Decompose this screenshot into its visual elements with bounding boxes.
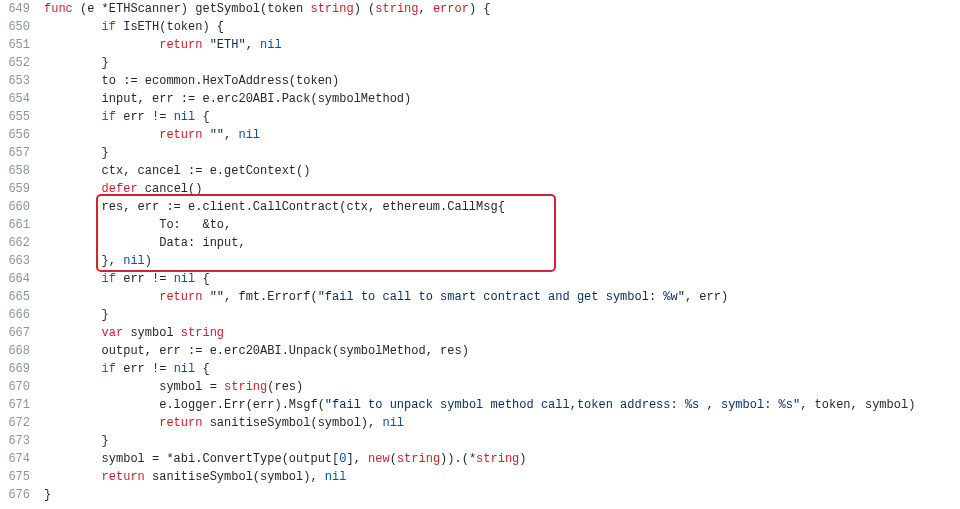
line-content[interactable]: Data: input, (44, 234, 960, 252)
line-content[interactable]: if err != nil { (44, 108, 960, 126)
line-content[interactable]: output, err := e.erc20ABI.Unpack(symbolM… (44, 342, 960, 360)
code-line[interactable]: 654 input, err := e.erc20ABI.Pack(symbol… (0, 90, 960, 108)
line-number[interactable]: 673 (0, 432, 44, 450)
code-line[interactable]: 662 Data: input, (0, 234, 960, 252)
code-token (202, 290, 209, 304)
line-number[interactable]: 664 (0, 270, 44, 288)
line-number[interactable]: 656 (0, 126, 44, 144)
line-content[interactable]: } (44, 54, 960, 72)
code-line[interactable]: 658 ctx, cancel := e.getContext() (0, 162, 960, 180)
code-line[interactable]: 668 output, err := e.erc20ABI.Unpack(sym… (0, 342, 960, 360)
line-content[interactable]: if IsETH(token) { (44, 18, 960, 36)
line-content[interactable]: if err != nil { (44, 270, 960, 288)
code-line[interactable]: 657 } (0, 144, 960, 162)
line-content[interactable]: var symbol string (44, 324, 960, 342)
line-content[interactable]: if err != nil { (44, 360, 960, 378)
code-line[interactable]: 660 res, err := e.client.CallContract(ct… (0, 198, 960, 216)
line-content[interactable]: ctx, cancel := e.getContext() (44, 162, 960, 180)
line-number[interactable]: 672 (0, 414, 44, 432)
code-line[interactable]: 653 to := ecommon.HexToAddress(token) (0, 72, 960, 90)
code-token (202, 38, 209, 52)
line-number[interactable]: 674 (0, 450, 44, 468)
line-content[interactable]: } (44, 144, 960, 162)
line-content[interactable]: res, err := e.client.CallContract(ctx, e… (44, 198, 960, 216)
code-line[interactable]: 651 return "ETH", nil (0, 36, 960, 54)
line-number[interactable]: 666 (0, 306, 44, 324)
line-number[interactable]: 667 (0, 324, 44, 342)
line-number[interactable]: 659 (0, 180, 44, 198)
line-number[interactable]: 671 (0, 396, 44, 414)
line-number[interactable]: 668 (0, 342, 44, 360)
code-line[interactable]: 650 if IsETH(token) { (0, 18, 960, 36)
line-content[interactable]: return sanitiseSymbol(symbol), nil (44, 468, 960, 486)
code-line[interactable]: 672 return sanitiseSymbol(symbol), nil (0, 414, 960, 432)
code-token: symbol = *abi.ConvertType(output[ (44, 452, 339, 466)
line-content[interactable]: To: &to, (44, 216, 960, 234)
code-token: var (102, 326, 124, 340)
code-line[interactable]: 675 return sanitiseSymbol(symbol), nil (0, 468, 960, 486)
code-line[interactable]: 664 if err != nil { (0, 270, 960, 288)
line-content[interactable]: func (e *ETHScanner) getSymbol(token str… (44, 0, 960, 18)
line-number[interactable]: 658 (0, 162, 44, 180)
line-content[interactable]: return "ETH", nil (44, 36, 960, 54)
line-number[interactable]: 661 (0, 216, 44, 234)
line-content[interactable]: } (44, 486, 960, 504)
line-number[interactable]: 651 (0, 36, 44, 54)
line-content[interactable]: } (44, 432, 960, 450)
code-line[interactable]: 655 if err != nil { (0, 108, 960, 126)
code-token: return (159, 38, 202, 52)
code-line[interactable]: 669 if err != nil { (0, 360, 960, 378)
code-line[interactable]: 673 } (0, 432, 960, 450)
code-line[interactable]: 649func (e *ETHScanner) getSymbol(token … (0, 0, 960, 18)
line-content[interactable]: }, nil) (44, 252, 960, 270)
line-number[interactable]: 675 (0, 468, 44, 486)
code-line[interactable]: 652 } (0, 54, 960, 72)
line-content[interactable]: return "", nil (44, 126, 960, 144)
line-content[interactable]: e.logger.Err(err).Msgf("fail to unpack s… (44, 396, 960, 414)
line-content[interactable]: symbol = *abi.ConvertType(output[0], new… (44, 450, 960, 468)
code-token: "ETH" (210, 38, 246, 52)
line-number[interactable]: 662 (0, 234, 44, 252)
line-number[interactable]: 676 (0, 486, 44, 504)
line-content[interactable]: return sanitiseSymbol(symbol), nil (44, 414, 960, 432)
line-number[interactable]: 649 (0, 0, 44, 18)
code-line[interactable]: 666 } (0, 306, 960, 324)
line-number[interactable]: 653 (0, 72, 44, 90)
code-token: sanitiseSymbol(symbol), (202, 416, 382, 430)
line-number[interactable]: 663 (0, 252, 44, 270)
code-line[interactable]: 667 var symbol string (0, 324, 960, 342)
line-content[interactable]: } (44, 306, 960, 324)
code-line[interactable]: 663 }, nil) (0, 252, 960, 270)
code-token: if (102, 272, 116, 286)
line-number[interactable]: 650 (0, 18, 44, 36)
code-line[interactable]: 661 To: &to, (0, 216, 960, 234)
code-token: Data: input, (44, 236, 246, 250)
line-number[interactable]: 665 (0, 288, 44, 306)
code-token: , (419, 2, 433, 16)
code-line[interactable]: 665 return "", fmt.Errorf("fail to call … (0, 288, 960, 306)
code-token: , (224, 128, 238, 142)
code-line[interactable]: 671 e.logger.Err(err).Msgf("fail to unpa… (0, 396, 960, 414)
code-line[interactable]: 674 symbol = *abi.ConvertType(output[0],… (0, 450, 960, 468)
line-number[interactable]: 652 (0, 54, 44, 72)
code-line[interactable]: 670 symbol = string(res) (0, 378, 960, 396)
line-number[interactable]: 655 (0, 108, 44, 126)
line-content[interactable]: defer cancel() (44, 180, 960, 198)
code-line[interactable]: 656 return "", nil (0, 126, 960, 144)
line-number[interactable]: 657 (0, 144, 44, 162)
line-content[interactable]: input, err := e.erc20ABI.Pack(symbolMeth… (44, 90, 960, 108)
code-token: , (246, 38, 260, 52)
code-token (44, 110, 102, 124)
line-number[interactable]: 660 (0, 198, 44, 216)
line-number[interactable]: 670 (0, 378, 44, 396)
line-content[interactable]: to := ecommon.HexToAddress(token) (44, 72, 960, 90)
code-token (44, 182, 102, 196)
line-number[interactable]: 654 (0, 90, 44, 108)
code-line[interactable]: 659 defer cancel() (0, 180, 960, 198)
code-line[interactable]: 676} (0, 486, 960, 504)
line-number[interactable]: 669 (0, 360, 44, 378)
code-token: nil (174, 272, 196, 286)
code-token: to := ecommon.HexToAddress(token) (44, 74, 339, 88)
line-content[interactable]: symbol = string(res) (44, 378, 960, 396)
line-content[interactable]: return "", fmt.Errorf("fail to call to s… (44, 288, 960, 306)
